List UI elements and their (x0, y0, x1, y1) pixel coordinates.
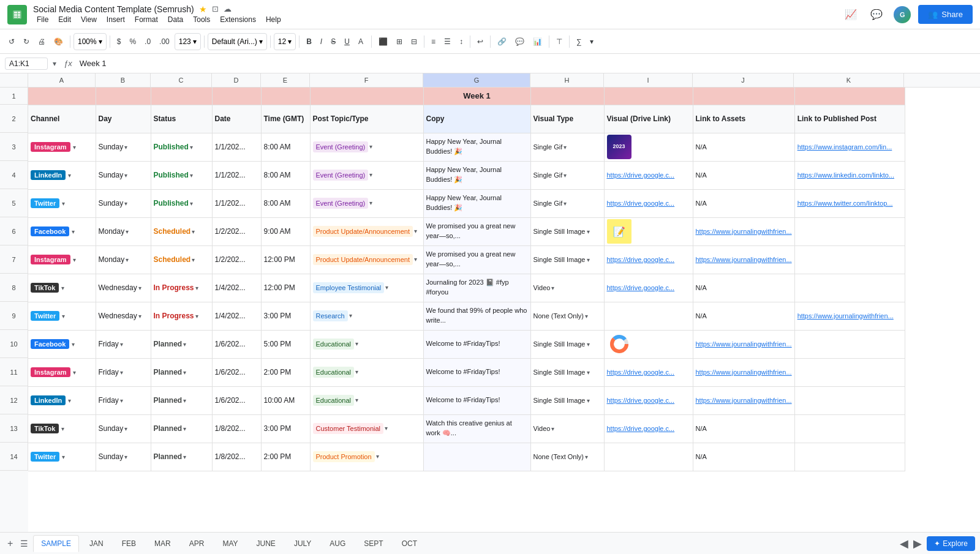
cell-status-13[interactable]: Planned ▾ (151, 414, 212, 443)
cell-date-4[interactable]: 1/1/202... (212, 161, 261, 189)
cell-day-8[interactable]: Wednesday ▾ (96, 274, 151, 302)
cell-status-3[interactable]: Published ▾ (151, 133, 212, 161)
cell-date-13[interactable]: 1/8/202... (212, 414, 261, 443)
trending-icon[interactable]: 📈 (841, 5, 861, 24)
paint-format-button[interactable]: 🎨 (50, 33, 67, 50)
cell-copy-13[interactable]: Watch this creative genius at work 🧠... (423, 414, 530, 443)
channel-dropdown-13[interactable]: ▾ (61, 425, 64, 432)
day-dropdown-5[interactable]: ▾ (124, 200, 127, 207)
cell-post-topic-9[interactable]: Research ▾ (310, 302, 423, 330)
cell-visual-drive-12[interactable]: https://drive.google.c... (604, 386, 693, 414)
cell-visual-type-5[interactable]: Single Gif ▾ (530, 189, 604, 217)
cell-date-9[interactable]: 1/4/202... (212, 302, 261, 330)
col-header-e[interactable]: E (261, 73, 310, 87)
cell-day-12[interactable]: Friday ▾ (96, 386, 151, 414)
format-number-dropdown[interactable]: 123 ▾ (175, 33, 201, 50)
status-dropdown-6[interactable]: ▾ (192, 228, 195, 235)
cell-day-5[interactable]: Sunday ▾ (96, 189, 151, 217)
merge-cells-button[interactable]: ⊟ (407, 33, 421, 50)
cell-link-assets-14[interactable]: N/A (693, 443, 794, 471)
status-dropdown-10[interactable]: ▾ (183, 341, 186, 348)
channel-dropdown-3[interactable]: ▾ (73, 144, 76, 151)
cell-link-assets-9[interactable]: N/A (693, 302, 794, 330)
status-dropdown-8[interactable]: ▾ (195, 285, 198, 291)
cell-status-6[interactable]: Scheduled ▾ (151, 217, 212, 245)
post-dropdown-10[interactable]: ▾ (355, 340, 358, 347)
cell-time-10[interactable]: 5:00 PM (261, 330, 310, 358)
cell-date-8[interactable]: 1/4/202... (212, 274, 261, 302)
cell-post-topic-8[interactable]: Employee Testimonial ▾ (310, 274, 423, 302)
row-header-8[interactable]: 8 (0, 274, 28, 302)
menu-item-file[interactable]: File (33, 14, 52, 25)
cell-status-7[interactable]: Scheduled ▾ (151, 245, 212, 274)
cell-visual-drive-3[interactable]: 2023 (604, 133, 693, 161)
col-header-a[interactable]: A (28, 73, 96, 87)
cell-visual-type-8[interactable]: Video ▾ (530, 274, 604, 302)
cell-post-topic-10[interactable]: Educational ▾ (310, 330, 423, 358)
col-header-j[interactable]: J (693, 73, 794, 87)
align-left-button[interactable]: ≡ (428, 33, 439, 50)
menu-item-help[interactable]: Help (262, 14, 285, 25)
cell-i1[interactable] (604, 88, 693, 105)
col-header-c[interactable]: C (151, 73, 212, 87)
status-dropdown-4[interactable]: ▾ (190, 172, 193, 179)
cell-status-11[interactable]: Planned ▾ (151, 358, 212, 386)
status-dropdown-9[interactable]: ▾ (195, 313, 198, 320)
cell-time-7[interactable]: 12:00 PM (261, 245, 310, 274)
post-dropdown-6[interactable]: ▾ (414, 228, 417, 234)
decimal-inc-button[interactable]: .00 (156, 33, 173, 50)
channel-dropdown-6[interactable]: ▾ (72, 228, 75, 235)
cell-post-topic-4[interactable]: Event (Greeting) ▾ (310, 161, 423, 189)
status-dropdown-11[interactable]: ▾ (183, 369, 186, 376)
borders-button[interactable]: ⊞ (393, 33, 406, 50)
vis-dropdown-4[interactable]: ▾ (564, 172, 567, 179)
cell-link-published-4[interactable]: https://www.linkedin.com/linkto... (794, 161, 905, 189)
cloud-icon[interactable]: ☁ (224, 4, 232, 13)
cell-visual-drive-8[interactable]: https://drive.google.c... (604, 274, 693, 302)
channel-dropdown-8[interactable]: ▾ (61, 285, 64, 291)
cell-day-6[interactable]: Monday ▾ (96, 217, 151, 245)
cell-copy-11[interactable]: Welcome to #FridayTips! (423, 358, 530, 386)
cell-link-assets-5[interactable]: N/A (693, 189, 794, 217)
post-dropdown-13[interactable]: ▾ (385, 425, 388, 432)
print-button[interactable]: 🖨 (34, 33, 49, 50)
cell-link-published-11[interactable] (794, 358, 905, 386)
cell-date-5[interactable]: 1/1/202... (212, 189, 261, 217)
post-dropdown-12[interactable]: ▾ (355, 397, 358, 403)
cell-status-9[interactable]: In Progress ▾ (151, 302, 212, 330)
cell-j1[interactable] (693, 88, 794, 105)
percent-button[interactable]: % (126, 33, 140, 50)
cell-reference-input[interactable] (5, 58, 48, 70)
cell-visual-drive-10[interactable] (604, 330, 693, 358)
share-button[interactable]: 👥 Share (918, 5, 973, 24)
menu-item-format[interactable]: Format (131, 14, 162, 25)
folder-icon[interactable]: ⊡ (212, 4, 219, 13)
user-menu-icon[interactable]: G (892, 5, 912, 24)
sheet-tab-aug[interactable]: AUG (322, 535, 353, 552)
cell-status-8[interactable]: In Progress ▾ (151, 274, 212, 302)
cell-channel-7[interactable]: Instagram ▾ (28, 245, 96, 274)
sheet-menu-button[interactable]: ☰ (18, 539, 31, 548)
doc-title[interactable]: Social Media Content Template (Semrush) (33, 4, 194, 14)
post-dropdown-4[interactable]: ▾ (369, 171, 372, 178)
col-header-b[interactable]: B (96, 73, 151, 87)
row-header-2[interactable]: 2 (0, 105, 28, 133)
explore-button[interactable]: ✦ Explore (927, 536, 975, 551)
cell-post-topic-11[interactable]: Educational ▾ (310, 358, 423, 386)
cell-date-12[interactable]: 1/6/202... (212, 386, 261, 414)
post-dropdown-3[interactable]: ▾ (369, 143, 372, 150)
cell-visual-drive-5[interactable]: https://drive.google.c... (604, 189, 693, 217)
redo-button[interactable]: ↻ (20, 33, 33, 50)
channel-dropdown-5[interactable]: ▾ (62, 200, 65, 207)
status-dropdown-14[interactable]: ▾ (183, 454, 186, 460)
cell-channel-12[interactable]: LinkedIn ▾ (28, 386, 96, 414)
cell-date-3[interactable]: 1/1/202... (212, 133, 261, 161)
cell-g1[interactable]: Week 1 (423, 88, 530, 105)
channel-dropdown-11[interactable]: ▾ (73, 369, 76, 376)
menu-item-extensions[interactable]: Extensions (216, 14, 260, 25)
add-sheet-button[interactable]: + (5, 538, 15, 549)
cell-visual-drive-6[interactable]: 📝 (604, 217, 693, 245)
cell-copy-10[interactable]: Welcome to #FridayTips! (423, 330, 530, 358)
cell-link-published-13[interactable] (794, 414, 905, 443)
cell-channel-4[interactable]: LinkedIn ▾ (28, 161, 96, 189)
